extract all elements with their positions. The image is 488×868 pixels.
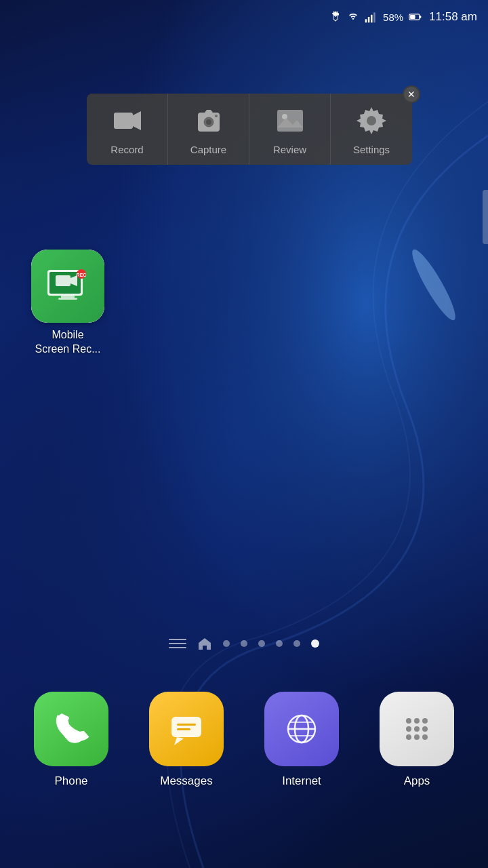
svg-point-15 bbox=[206, 119, 211, 125]
home-app-screen-recorder[interactable]: REC MobileScreen Rec... bbox=[20, 250, 115, 357]
side-edge-indicator bbox=[483, 190, 488, 244]
video-camera-icon bbox=[111, 104, 144, 137]
battery-icon bbox=[409, 10, 422, 24]
svg-point-47 bbox=[414, 734, 420, 740]
phone-icon bbox=[49, 707, 93, 751]
page-indicator-4[interactable] bbox=[276, 640, 283, 647]
toolbar-record-button[interactable]: Record bbox=[87, 94, 168, 165]
svg-rect-7 bbox=[371, 15, 373, 23]
app-icon-inner: REC bbox=[31, 250, 104, 323]
messages-label: Messages bbox=[160, 774, 212, 788]
svg-point-16 bbox=[215, 115, 218, 117]
settings-label: Settings bbox=[353, 144, 390, 155]
internet-app-icon bbox=[264, 692, 339, 766]
page-indicator-6-active[interactable] bbox=[311, 639, 319, 648]
screen-recorder-app-icon: REC bbox=[43, 262, 92, 311]
svg-point-46 bbox=[406, 734, 411, 740]
phone-app-icon bbox=[34, 692, 108, 766]
page-indicator-5[interactable] bbox=[293, 640, 300, 647]
home-indicator-icon bbox=[197, 636, 212, 651]
dock-item-apps[interactable]: Apps bbox=[366, 692, 468, 788]
svg-point-45 bbox=[422, 726, 428, 732]
svg-point-41 bbox=[414, 718, 420, 724]
messages-app-icon bbox=[149, 692, 224, 766]
review-label: Review bbox=[273, 144, 306, 155]
svg-marker-13 bbox=[133, 111, 141, 130]
toolbar-close-button[interactable]: ✕ bbox=[403, 85, 420, 103]
page-indicators bbox=[0, 636, 488, 651]
download-icon bbox=[329, 10, 342, 24]
messages-icon bbox=[165, 707, 208, 751]
wifi-icon bbox=[346, 10, 360, 24]
page-indicator-2[interactable] bbox=[241, 640, 247, 647]
page-indicator-1[interactable] bbox=[223, 640, 230, 647]
status-bar: 58% 11:58 am bbox=[0, 0, 488, 34]
internet-label: Internet bbox=[282, 774, 321, 788]
gear-icon bbox=[355, 104, 388, 137]
signal-icon bbox=[364, 10, 378, 24]
page-indicator-menu[interactable] bbox=[169, 637, 186, 650]
svg-point-40 bbox=[406, 718, 411, 724]
toolbar-review-button[interactable]: Review bbox=[249, 94, 331, 165]
image-icon bbox=[274, 104, 306, 137]
svg-point-21 bbox=[367, 116, 376, 125]
svg-point-42 bbox=[422, 718, 428, 724]
camera-icon bbox=[192, 104, 225, 137]
svg-rect-12 bbox=[114, 113, 133, 129]
svg-marker-32 bbox=[174, 737, 184, 745]
svg-point-44 bbox=[414, 726, 420, 732]
page-indicator-home[interactable] bbox=[197, 636, 212, 651]
svg-rect-18 bbox=[277, 110, 303, 132]
svg-rect-10 bbox=[420, 16, 422, 18]
app-icon-wrapper: REC bbox=[31, 250, 104, 323]
svg-point-43 bbox=[406, 726, 411, 732]
toolbar-capture-button[interactable]: Capture bbox=[168, 94, 249, 165]
svg-rect-11 bbox=[410, 15, 415, 19]
dock-item-messages[interactable]: Messages bbox=[136, 692, 237, 788]
svg-rect-33 bbox=[177, 724, 196, 726]
svg-rect-27 bbox=[58, 298, 77, 300]
internet-icon bbox=[280, 707, 323, 751]
menu-line-3 bbox=[169, 647, 186, 648]
battery-percentage: 58% bbox=[383, 12, 403, 23]
menu-line-1 bbox=[169, 639, 186, 640]
svg-marker-30 bbox=[199, 638, 211, 650]
svg-point-48 bbox=[422, 734, 428, 740]
svg-rect-24 bbox=[56, 275, 70, 286]
svg-rect-31 bbox=[171, 717, 201, 737]
toolbar-settings-button[interactable]: Settings bbox=[331, 94, 412, 165]
record-label: Record bbox=[110, 144, 143, 155]
svg-text:REC: REC bbox=[77, 273, 87, 277]
dock-item-internet[interactable]: Internet bbox=[251, 692, 352, 788]
menu-line-2 bbox=[169, 643, 186, 644]
apps-grid-icon bbox=[395, 707, 439, 751]
capture-label: Capture bbox=[190, 144, 226, 155]
app-label: MobileScreen Rec... bbox=[35, 328, 101, 357]
apps-label: Apps bbox=[404, 774, 430, 788]
time: 11:58 am bbox=[429, 10, 477, 24]
page-indicator-3[interactable] bbox=[258, 640, 265, 647]
svg-rect-34 bbox=[177, 728, 190, 730]
svg-rect-8 bbox=[373, 12, 375, 22]
svg-rect-5 bbox=[365, 19, 367, 22]
phone-label: Phone bbox=[54, 774, 87, 788]
svg-rect-6 bbox=[368, 17, 370, 22]
dock-item-phone[interactable]: Phone bbox=[20, 692, 122, 788]
floating-toolbar: ✕ Record Capture Review bbox=[87, 94, 412, 165]
dock: Phone Messages Internet bbox=[0, 671, 488, 868]
apps-app-icon bbox=[380, 692, 454, 766]
